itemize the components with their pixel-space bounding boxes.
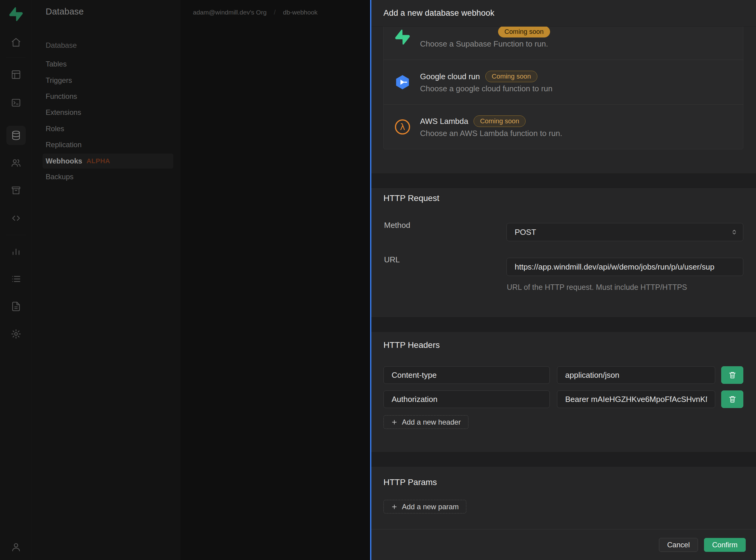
service-title: Google cloud run: [420, 72, 480, 81]
coming-soon-badge: Coming soon: [485, 71, 537, 82]
sidebar-item-triggers[interactable]: Triggers: [46, 75, 72, 85]
delete-header-button[interactable]: [721, 391, 743, 408]
nav-auth[interactable]: [0, 153, 32, 173]
list-icon: [11, 274, 21, 284]
menu-heading: Database: [46, 41, 77, 49]
archive-icon: [11, 185, 21, 196]
sidebar-item-label: Tables: [46, 60, 66, 68]
sidebar-item-label: Triggers: [46, 76, 72, 85]
method-select[interactable]: POST: [506, 223, 743, 241]
supabase-logo-icon: [9, 7, 23, 21]
breadcrumb: adam@windmill.dev's Org / db-webhook: [193, 8, 317, 16]
rail-divider: [6, 235, 26, 235]
gear-icon: [11, 329, 21, 339]
service-option-supabase-function[interactable]: Coming soon Choose a Supabase Function t…: [384, 26, 743, 60]
svg-text:λ: λ: [400, 121, 405, 132]
add-param-button[interactable]: Add a new param: [384, 500, 466, 514]
nav-database[interactable]: [0, 126, 32, 145]
header-value-input[interactable]: [557, 366, 715, 384]
sidebar-item-label: Replication: [46, 141, 82, 149]
nav-logs[interactable]: [0, 269, 32, 288]
add-header-label: Add a new header: [402, 418, 461, 426]
google-cloud-run-icon: [394, 74, 411, 91]
nav-edge-functions[interactable]: [0, 208, 32, 228]
rail-divider: [6, 57, 26, 58]
main-content-area: [180, 0, 370, 560]
panel-footer: Cancel Confirm: [371, 529, 756, 560]
http-headers-heading: HTTP Headers: [384, 340, 440, 350]
database-menu: Database Database Tables Triggers Functi…: [32, 0, 180, 560]
service-option-aws-lambda[interactable]: λ AWS Lambda Coming soon Choose an AWS L…: [384, 104, 743, 149]
header-key-input[interactable]: [384, 366, 550, 384]
sidebar-item-replication[interactable]: Replication: [46, 140, 82, 150]
nav-reports[interactable]: [0, 241, 32, 261]
nav-rail: [0, 0, 32, 560]
plus-icon: [391, 419, 398, 425]
sidebar-item-roles[interactable]: Roles: [46, 124, 64, 134]
breadcrumb-project[interactable]: db-webhook: [283, 9, 317, 16]
sidebar-item-extensions[interactable]: Extensions: [46, 107, 81, 118]
service-description: Choose a google cloud function to run: [420, 84, 553, 93]
add-header-button[interactable]: Add a new header: [384, 415, 468, 429]
trash-icon: [729, 395, 736, 403]
section-divider: [371, 317, 756, 332]
panel-header: Add a new database webhook: [371, 0, 756, 26]
confirm-button[interactable]: Confirm: [704, 538, 746, 552]
method-label: Method: [384, 221, 410, 230]
nav-home[interactable]: [0, 33, 32, 52]
section-divider: [371, 174, 756, 188]
url-label: URL: [384, 255, 400, 264]
nav-settings[interactable]: [0, 324, 32, 344]
service-description: Choose a Supabase Function to run.: [420, 39, 550, 49]
breadcrumb-separator: /: [274, 8, 276, 16]
terminal-icon: [11, 98, 21, 108]
alpha-badge: ALPHA: [86, 157, 110, 165]
coming-soon-badge: Coming soon: [473, 116, 526, 127]
service-options-list: Coming soon Choose a Supabase Function t…: [384, 26, 743, 149]
http-request-heading: HTTP Request: [384, 194, 439, 203]
method-value: POST: [515, 227, 536, 237]
breadcrumb-org[interactable]: adam@windmill.dev's Org: [193, 9, 267, 16]
webhook-side-panel: Coming soon Choose a Supabase Function t…: [370, 0, 756, 560]
cancel-button[interactable]: Cancel: [659, 538, 698, 552]
nav-storage[interactable]: [0, 181, 32, 200]
sidebar-item-label: Webhooks: [46, 157, 82, 165]
code-icon: [11, 213, 21, 223]
sidebar-item-label: Extensions: [46, 108, 81, 117]
home-icon: [11, 37, 21, 47]
header-value-input[interactable]: [557, 391, 715, 408]
sidebar-item-label: Roles: [46, 124, 64, 133]
nav-table-editor[interactable]: [0, 65, 32, 84]
nav-account[interactable]: [0, 537, 32, 557]
sidebar-item-backups[interactable]: Backups: [46, 172, 74, 182]
header-key-input[interactable]: [384, 391, 550, 408]
table-icon: [11, 69, 21, 80]
users-icon: [11, 158, 21, 168]
section-divider: [371, 452, 756, 467]
nav-docs[interactable]: [0, 297, 32, 316]
bar-chart-icon: [11, 246, 21, 256]
panel-title: Add a new database webhook: [384, 8, 495, 18]
http-params-heading: HTTP Params: [384, 478, 437, 487]
sidebar-item-webhooks[interactable]: Webhooks ALPHA: [46, 156, 110, 166]
plus-icon: [391, 503, 398, 510]
aws-lambda-icon: λ: [394, 118, 411, 135]
trash-icon: [729, 371, 736, 379]
service-option-google-cloud-run[interactable]: Google cloud run Coming soon Choose a go…: [384, 60, 743, 104]
service-title: AWS Lambda: [420, 117, 468, 126]
add-param-label: Add a new param: [402, 503, 459, 511]
url-help-text: URL of the HTTP request. Must include HT…: [507, 283, 687, 292]
service-description: Choose an AWS Lambda function to run.: [420, 129, 562, 138]
nav-sql-editor[interactable]: [0, 93, 32, 113]
supabase-function-icon: [394, 29, 411, 46]
sidebar-item-functions[interactable]: Functions: [46, 91, 77, 102]
url-input[interactable]: [506, 258, 743, 276]
sidebar-item-label: Backups: [46, 173, 74, 181]
database-icon: [11, 130, 21, 141]
page-title: Database: [46, 7, 84, 17]
delete-header-button[interactable]: [721, 366, 743, 384]
sidebar-item-tables[interactable]: Tables: [46, 59, 66, 69]
select-caret-icon: [730, 228, 738, 236]
coming-soon-badge: Coming soon: [498, 26, 550, 38]
supabase-logo[interactable]: [0, 7, 32, 21]
